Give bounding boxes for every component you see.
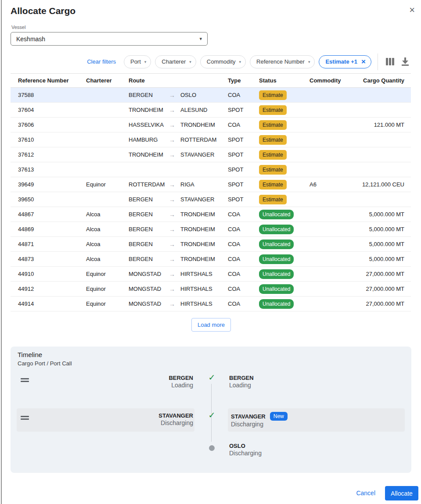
columns-icon[interactable] <box>384 56 396 68</box>
drag-handle-icon[interactable] <box>21 416 29 421</box>
table-row[interactable]: 44873 Alcoa BERGEN → TRONDHEIM COA Unall… <box>11 252 411 267</box>
cell-reference-number: 44873 <box>11 256 86 262</box>
arrow-right-icon: → <box>169 196 180 203</box>
cell-charterer: Equinor <box>86 286 129 292</box>
table-row[interactable]: 39650 BERGEN → STAVANGER SPOT Estimate <box>11 192 411 207</box>
dot-icon <box>209 445 215 451</box>
route-destination: ROTTERDAM <box>180 136 216 143</box>
cell-reference-number: 37613 <box>11 166 86 173</box>
cell-status: Estimate <box>256 105 309 115</box>
close-icon[interactable]: × <box>409 5 415 15</box>
cell-cargo-quantity: 121.000 MT <box>353 122 411 128</box>
cell-status: Unallocated <box>256 254 309 264</box>
table-row[interactable]: 44912 Equinor MONGSTAD → HIRTSHALS COA U… <box>11 282 411 297</box>
allocate-button[interactable]: Allocate <box>385 486 418 500</box>
cell-reference-number: 44912 <box>11 286 86 292</box>
route-origin: BERGEN <box>129 256 169 262</box>
filter-chip-port[interactable]: Port ▾ <box>124 55 151 68</box>
load-more-button[interactable]: Load more <box>191 318 231 332</box>
table-row[interactable]: 44867 Alcoa BERGEN → TRONDHEIM COA Unall… <box>11 207 411 222</box>
route-origin: ROTTERDAM <box>129 181 169 188</box>
status-badge: Estimate <box>259 135 287 145</box>
status-badge: Estimate <box>259 120 287 130</box>
route-origin: HAMBURG <box>129 136 169 143</box>
download-icon[interactable] <box>399 56 411 68</box>
cell-type: SPOT <box>228 136 256 143</box>
table-row[interactable]: 37604 TRONDHEIM → ALESUND SPOT Estimate <box>11 103 411 118</box>
cell-reference-number: 39649 <box>11 181 86 188</box>
chevron-down-icon: ▾ <box>189 60 191 64</box>
vessel-label: Vessel <box>11 25 25 30</box>
cell-type: COA <box>228 256 256 262</box>
status-badge: Unallocated <box>259 299 294 309</box>
arrow-right-icon: → <box>169 241 180 248</box>
cell-type: SPOT <box>228 107 256 113</box>
cell-charterer: Alcoa <box>86 241 129 247</box>
arrow-right-icon: → <box>169 181 180 188</box>
cell-status: Estimate <box>256 195 309 204</box>
timeline-marker <box>194 439 229 458</box>
filter-chip-estimate-active[interactable]: Estimate +1 × <box>319 55 371 68</box>
cell-cargo-quantity: 5,000.000 MT <box>353 241 411 247</box>
cell-route: BERGEN → TRONDHEIM <box>129 226 228 233</box>
chip-label: Commodity <box>207 58 236 65</box>
table-row[interactable]: 44910 Equinor MONGSTAD → HIRTSHALS COA U… <box>11 267 411 282</box>
cell-commodity: A6 <box>309 181 353 188</box>
chip-label: Port <box>130 58 141 65</box>
clear-filters-link[interactable]: Clear filters <box>87 58 116 65</box>
cell-status: Unallocated <box>256 239 309 249</box>
route-destination: TRONDHEIM <box>180 226 215 232</box>
timeline-cargo-port: BERGEN Loading <box>17 371 194 394</box>
route-destination: RIGA <box>180 181 194 188</box>
filter-chip-commodity[interactable]: Commodity ▾ <box>200 55 246 68</box>
table-row[interactable]: 37588 BERGEN → OSLO COA Estimate <box>11 88 411 103</box>
table-row[interactable]: 37606 HASSELVIKA → TRONDHEIM COA Estimat… <box>11 118 411 132</box>
cell-route: HASSELVIKA → TRONDHEIM <box>129 122 228 129</box>
cell-route: MONGSTAD → HIRTSHALS <box>129 300 228 307</box>
cell-status: Unallocated <box>256 269 309 279</box>
cell-status: Estimate <box>256 90 309 100</box>
filter-chip-reference-number[interactable]: Reference Number ▾ <box>250 55 315 68</box>
cell-status: Unallocated <box>256 225 309 234</box>
timeline-title: Timeline <box>18 351 42 358</box>
cell-route: BERGEN → TRONDHEIM <box>129 256 228 263</box>
table-row[interactable]: 37612 TRONDHEIM → STAVANGER SPOT Estimat… <box>11 147 411 162</box>
cell-cargo-quantity: 5,000.000 MT <box>353 211 411 218</box>
route-destination: HIRTSHALS <box>180 300 212 307</box>
cell-route: TRONDHEIM → STAVANGER <box>129 151 228 158</box>
timeline-cargo-port-card[interactable]: STAVANGER Discharging <box>17 408 194 432</box>
status-badge: Unallocated <box>259 210 294 219</box>
table-row[interactable]: 44869 Alcoa BERGEN → TRONDHEIM COA Unall… <box>11 222 411 237</box>
chevron-down-icon: ▾ <box>239 60 241 64</box>
arrow-right-icon: → <box>169 300 180 307</box>
table-row[interactable]: 44871 Alcoa BERGEN → TRONDHEIM COA Unall… <box>11 237 411 252</box>
status-badge: Unallocated <box>259 225 294 234</box>
table-row[interactable]: 39649 Equinor ROTTERDAM → RIGA SPOT Esti… <box>11 177 411 192</box>
table-header: Reference Number Charterer Route Type St… <box>11 73 411 88</box>
port-activity: Discharging <box>161 419 193 427</box>
table-row[interactable]: 37610 HAMBURG → ROTTERDAM SPOT Estimate <box>11 132 411 147</box>
cell-charterer: Equinor <box>86 300 129 307</box>
cell-route: TRONDHEIM → ALESUND <box>129 107 228 114</box>
port-name: OSLO <box>229 442 405 450</box>
col-type: Type <box>228 77 256 84</box>
route-origin: MONGSTAD <box>129 300 169 307</box>
vessel-value: Keshmash <box>16 36 45 43</box>
vessel-select[interactable]: Keshmash ▾ <box>11 32 208 46</box>
route-origin: BERGEN <box>129 241 169 247</box>
timeline-panel: Timeline Cargo Port / Port Call BERGEN L… <box>11 347 411 473</box>
page-title: Allocate Cargo <box>11 6 76 16</box>
cancel-button[interactable]: Cancel <box>356 490 375 497</box>
cell-reference-number: 37610 <box>11 136 86 143</box>
table-row[interactable]: 44914 Equinor MONGSTAD → HIRTSHALS COA U… <box>11 297 411 311</box>
timeline-cargo-port-empty <box>17 439 194 458</box>
drag-handle-icon[interactable] <box>21 378 29 383</box>
remove-filter-icon[interactable]: × <box>361 58 366 65</box>
table-row[interactable]: 37613 SPOT Estimate <box>11 162 411 177</box>
route-origin: BERGEN <box>129 196 169 203</box>
col-route: Route <box>129 77 228 84</box>
route-origin: TRONDHEIM <box>129 107 169 113</box>
filter-chip-charterer[interactable]: Charterer ▾ <box>155 55 196 68</box>
route-origin: MONGSTAD <box>129 286 169 292</box>
status-badge: Unallocated <box>259 239 294 249</box>
